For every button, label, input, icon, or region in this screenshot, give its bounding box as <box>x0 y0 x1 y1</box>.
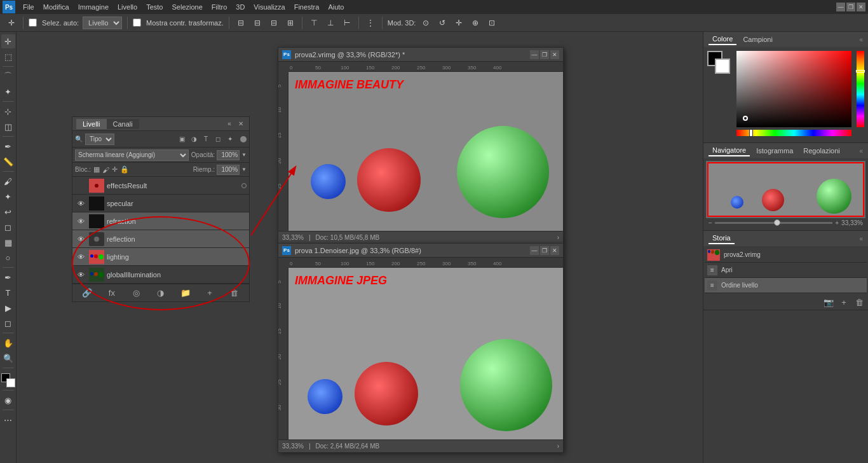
distribute-icon[interactable]: ⋮ <box>364 17 377 29</box>
selez-auto-checkbox[interactable] <box>29 18 37 27</box>
history-brush-tool[interactable]: ↩ <box>1 205 15 219</box>
menu-modifica[interactable]: Modifica <box>39 2 73 12</box>
filter-smart-icon[interactable]: ✦ <box>225 134 235 144</box>
layer-fx-icon[interactable]: fx <box>105 287 118 300</box>
filter-adjust-icon[interactable]: ◑ <box>189 134 199 144</box>
bg-color-swatch[interactable] <box>715 59 730 74</box>
align-top2-icon[interactable]: ⊤ <box>308 17 320 29</box>
eye-icon-effectsresult[interactable]: 👁 <box>75 180 86 191</box>
eye-icon-specular[interactable]: 👁 <box>75 198 86 209</box>
align-bottom-icon[interactable]: ⊢ <box>341 17 353 29</box>
select-rect-tool[interactable]: ⬚ <box>1 50 15 64</box>
slice-tool[interactable]: ◫ <box>1 120 15 134</box>
menu-aiuto[interactable]: Aiuto <box>324 2 348 12</box>
canvas-restore-2[interactable]: ❐ <box>540 246 549 255</box>
menu-visualizza[interactable]: Visualizza <box>250 2 288 12</box>
blend-mode-select[interactable]: Scherma lineare (Aggiungi) <box>75 149 189 161</box>
color-gradient[interactable] <box>736 51 851 127</box>
zoom-tool[interactable]: 🔍 <box>1 351 15 365</box>
lock-move-icon[interactable]: ✛ <box>112 165 118 174</box>
align-right-icon[interactable]: ⊟ <box>268 17 280 29</box>
restore-button[interactable]: ❐ <box>846 3 855 11</box>
text-tool[interactable]: T <box>1 286 15 300</box>
tab-campioni[interactable]: Campioni <box>739 34 776 45</box>
color-panel-expand[interactable]: « <box>859 36 863 43</box>
fg-bg-color-swatch[interactable] <box>1 373 15 387</box>
nav-zoom-in-icon[interactable]: + <box>835 219 839 226</box>
layer-row[interactable]: 👁 effectsResult <box>72 177 249 195</box>
filter-shape-icon[interactable]: ◻ <box>213 134 223 144</box>
menu-file[interactable]: File <box>19 2 38 12</box>
storia-snapshot-icon[interactable]: 📷 <box>822 296 835 308</box>
filter-pixel-icon[interactable]: ▣ <box>177 134 187 144</box>
magic-wand-tool[interactable]: ✦ <box>1 85 15 99</box>
3d-icon-5[interactable]: ⊡ <box>485 17 498 29</box>
canvas-area-2[interactable]: IMMAGINE JPEG <box>288 268 563 439</box>
filter-toggle[interactable] <box>240 136 247 142</box>
lock-paint-icon[interactable]: 🖌 <box>102 166 109 174</box>
panel-collapse-button[interactable]: « <box>225 120 234 128</box>
layer-row[interactable]: 👁 refraction <box>72 212 249 230</box>
menu-filtro[interactable]: Filtro <box>208 2 231 12</box>
layer-row[interactable]: 👁 globalIllumination <box>72 266 249 284</box>
eye-icon-lighting[interactable]: 👁 <box>75 251 86 263</box>
tab-colore[interactable]: Colore <box>709 34 736 45</box>
hand-tool[interactable]: ✋ <box>1 336 15 350</box>
canvas-more-2[interactable]: › <box>557 443 559 450</box>
tab-istogramma[interactable]: Istogramma <box>752 146 797 156</box>
lock-all-icon[interactable]: 🔒 <box>120 165 129 174</box>
filter-text-icon[interactable]: T <box>201 134 211 144</box>
align-left-icon[interactable]: ⊟ <box>234 17 247 29</box>
canvas-more-1[interactable]: › <box>557 234 559 241</box>
ruler-tool[interactable]: 📏 <box>1 155 15 169</box>
tab-canali[interactable]: Canali <box>107 119 139 129</box>
storia-new-icon[interactable]: + <box>837 296 850 308</box>
stamp-tool[interactable]: ✦ <box>1 190 15 204</box>
eyedropper-tool[interactable]: ✒ <box>1 139 15 153</box>
3d-icon-2[interactable]: ↺ <box>436 17 449 29</box>
opacity-arrow[interactable]: ▼ <box>241 152 247 158</box>
align-top-icon[interactable]: ⊞ <box>284 17 297 29</box>
close-button[interactable]: ✕ <box>857 3 865 11</box>
fill-arrow[interactable]: ▼ <box>241 167 247 172</box>
eraser-tool[interactable]: ◻ <box>1 220 15 234</box>
lock-transparency-icon[interactable]: ▦ <box>93 165 100 174</box>
menu-3d[interactable]: 3D <box>232 2 248 12</box>
canvas-minimize-1[interactable]: — <box>530 50 539 59</box>
spectrum-bar[interactable] <box>857 51 864 127</box>
navigator-panel-expand[interactable]: « <box>859 148 863 155</box>
menu-selezione[interactable]: Selezione <box>168 2 206 12</box>
layer-row[interactable]: 👁 reflection <box>72 230 249 248</box>
canvas-restore-1[interactable]: ❐ <box>540 50 549 59</box>
selez-type-select[interactable]: Livello <box>83 17 122 29</box>
new-layer-icon[interactable]: + <box>203 287 216 300</box>
align-center-h-icon[interactable]: ⊟ <box>251 17 264 29</box>
brush-tool[interactable]: 🖌 <box>1 174 15 188</box>
move-tool[interactable]: ✛ <box>1 34 15 48</box>
extra-tools[interactable]: ⋯ <box>1 413 15 427</box>
eye-icon-refraction[interactable]: 👁 <box>75 216 86 227</box>
nav-zoom-out-icon[interactable]: − <box>709 219 712 226</box>
panel-close-button[interactable]: ✕ <box>236 120 245 128</box>
canvas-minimize-2[interactable]: — <box>530 246 539 255</box>
new-group-icon[interactable]: 📁 <box>179 287 192 300</box>
storia-delete-icon[interactable]: 🗑 <box>853 296 865 308</box>
color-hue-bar[interactable] <box>736 130 851 136</box>
3d-icon-4[interactable]: ⊕ <box>469 17 482 29</box>
align-center-v-icon[interactable]: ⊥ <box>324 17 337 29</box>
opacity-input[interactable] <box>217 150 240 160</box>
layer-type-select[interactable]: Tipo <box>85 134 114 145</box>
mostra-checkbox[interactable] <box>133 18 141 27</box>
canvas-close-1[interactable]: ✕ <box>550 50 559 59</box>
storia-panel-expand[interactable]: « <box>859 235 863 242</box>
menu-testo[interactable]: Testo <box>142 2 166 12</box>
layer-row[interactable]: 👁 specular <box>72 195 249 212</box>
gradient-tool[interactable]: ▦ <box>1 235 15 249</box>
tab-regolazioni[interactable]: Regolazioni <box>799 146 843 156</box>
shape-tool[interactable]: ◻ <box>1 316 15 330</box>
eye-icon-globalillumination[interactable]: 👁 <box>75 269 86 280</box>
fg-bg-colors[interactable] <box>707 51 730 74</box>
tab-livelli[interactable]: Livelli <box>76 119 107 129</box>
storia-row[interactable]: ≡ Ordine livello <box>705 278 867 293</box>
nav-zoom-slider[interactable] <box>715 222 832 224</box>
